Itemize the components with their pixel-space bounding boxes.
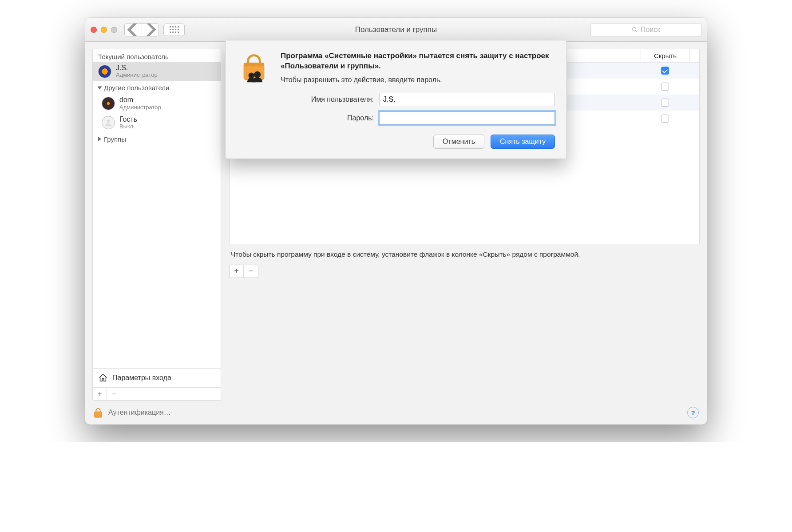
lock-users-icon xyxy=(237,51,271,85)
svg-point-7 xyxy=(249,72,254,78)
svg-point-2 xyxy=(107,120,110,123)
window: Пользователи и группы Поиск Текущий поль… xyxy=(85,18,707,425)
auth-dialog: Программа «Системные настройки» пытается… xyxy=(225,40,567,159)
search-field[interactable]: Поиск xyxy=(590,23,701,36)
dialog-subtitle: Чтобы разрешить это действие, введите па… xyxy=(281,76,555,84)
login-options-button[interactable]: Параметры входа xyxy=(93,368,221,387)
avatar xyxy=(102,97,115,110)
minimize-window-button[interactable] xyxy=(101,27,107,33)
password-input[interactable] xyxy=(379,111,555,125)
add-login-item-button[interactable]: + xyxy=(230,265,244,278)
hide-checkbox[interactable] xyxy=(661,99,669,107)
back-button[interactable] xyxy=(125,24,142,36)
help-button[interactable]: ? xyxy=(687,407,699,418)
auth-status-text[interactable]: Аутентификация… xyxy=(108,409,171,417)
user-role: Администратор xyxy=(116,72,158,79)
svg-point-6 xyxy=(254,71,261,78)
sidebar-add-remove: + − xyxy=(93,387,221,400)
search-icon xyxy=(632,27,638,33)
zoom-window-button[interactable] xyxy=(111,27,117,33)
user-name: Гость xyxy=(119,115,137,123)
guest-icon xyxy=(104,118,113,127)
forward-button[interactable] xyxy=(142,24,158,36)
home-icon xyxy=(98,373,108,383)
search-placeholder: Поиск xyxy=(641,26,660,34)
svg-rect-5 xyxy=(244,63,264,67)
add-user-button[interactable]: + xyxy=(93,388,107,400)
grid-icon xyxy=(170,26,179,33)
password-label: Пароль: xyxy=(281,114,374,122)
unlock-button[interactable]: Снять защиту xyxy=(491,135,555,149)
column-header-hide[interactable]: Скрыть xyxy=(641,49,689,62)
dialog-title: Программа «Системные настройки» пытается… xyxy=(281,51,555,71)
disclosure-triangle-icon xyxy=(98,86,102,89)
login-options-label: Параметры входа xyxy=(112,374,171,382)
close-window-button[interactable] xyxy=(91,27,97,33)
window-controls xyxy=(91,27,120,33)
remove-login-item-button[interactable]: − xyxy=(244,265,258,278)
lock-icon[interactable] xyxy=(93,407,103,418)
sidebar-section-groups-label: Группы xyxy=(104,135,126,143)
titlebar: Пользователи и группы Поиск xyxy=(85,18,707,42)
cancel-button[interactable]: Отменить xyxy=(433,135,484,149)
login-items-add-remove: + − xyxy=(229,265,258,278)
disclosure-triangle-icon xyxy=(98,137,101,141)
sidebar-section-groups[interactable]: Группы xyxy=(93,133,221,146)
hide-checkbox[interactable] xyxy=(661,115,669,123)
user-role: Администратор xyxy=(119,104,161,111)
user-name: dom xyxy=(119,96,161,104)
hide-checkbox[interactable] xyxy=(661,83,669,91)
user-name: J.S. xyxy=(116,64,158,72)
sidebar-user-guest[interactable]: Гость Выкл. xyxy=(93,114,221,133)
svg-line-1 xyxy=(636,30,637,32)
username-label: Имя пользователя: xyxy=(281,95,374,103)
sidebar-section-current: Текущий пользователь xyxy=(93,49,221,62)
avatar xyxy=(98,65,111,78)
sidebar-section-other-label: Другие пользователи xyxy=(104,84,169,91)
nav-back-forward xyxy=(124,23,159,36)
show-all-button[interactable] xyxy=(163,24,185,36)
hint-text: Чтобы скрыть программу при входе в систе… xyxy=(229,244,700,265)
remove-user-button[interactable]: − xyxy=(107,388,121,400)
footer: Аутентификация… ? xyxy=(85,405,707,425)
sidebar-section-other[interactable]: Другие пользователи xyxy=(93,81,221,94)
avatar xyxy=(102,116,115,129)
hide-checkbox[interactable] xyxy=(661,67,669,75)
sidebar-user-current[interactable]: J.S. Администратор xyxy=(93,62,221,81)
username-input[interactable] xyxy=(379,93,555,106)
svg-rect-3 xyxy=(95,412,102,417)
users-sidebar: Текущий пользователь J.S. Администратор … xyxy=(92,49,221,401)
svg-point-0 xyxy=(633,27,636,31)
sidebar-user-dom[interactable]: dom Администратор xyxy=(93,94,221,113)
user-role: Выкл. xyxy=(119,123,137,130)
